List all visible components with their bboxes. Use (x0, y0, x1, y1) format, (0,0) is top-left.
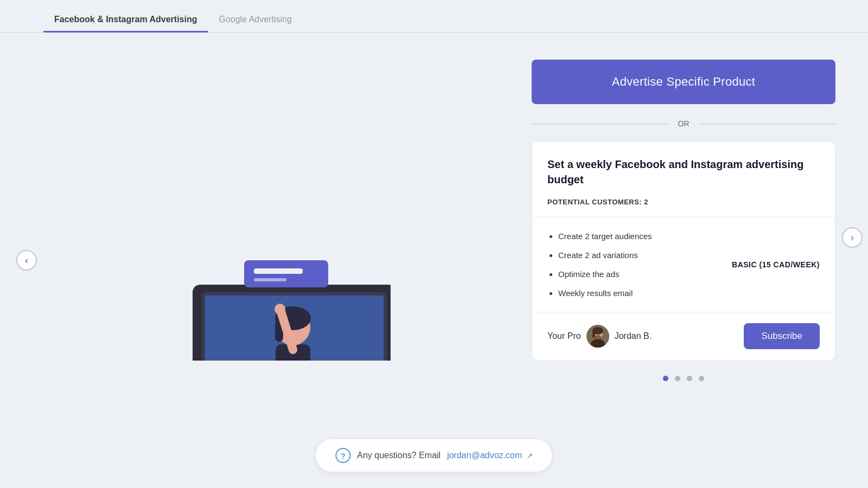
or-text: OR (669, 119, 698, 128)
list-item: Weekly results email (558, 287, 721, 299)
carousel-dot-4[interactable] (699, 376, 704, 381)
main-content: ‹ (0, 33, 868, 488)
plan-label: BASIC (15 CAD/WEEK) (721, 260, 820, 269)
potential-customers: POTENTIAL CUSTOMERS: 2 (547, 198, 820, 206)
card-features: Create 2 target audiences Create 2 ad va… (532, 217, 835, 312)
features-list: Create 2 target audiences Create 2 ad va… (547, 230, 721, 299)
pro-info: Your Pro (547, 325, 652, 348)
card-footer: Your Pro (532, 312, 835, 360)
help-text: Any questions? Email (357, 451, 441, 460)
list-item: Create 2 ad variations (558, 249, 721, 261)
right-panel: Advertise Specific Product OR Set a week… (499, 33, 868, 488)
card-header: Set a weekly Facebook and Instagram adve… (532, 142, 835, 217)
external-link-icon: ↗ (527, 452, 533, 460)
advertise-specific-product-button[interactable]: Advertise Specific Product (532, 60, 835, 104)
illustration-laptop (108, 160, 391, 361)
or-divider: OR (532, 119, 835, 128)
card-title: Set a weekly Facebook and Instagram adve… (547, 157, 820, 187)
next-arrow[interactable]: › (842, 227, 863, 248)
list-item: Optimize the ads (558, 268, 721, 280)
pro-name: Jordan B. (615, 331, 652, 341)
svg-point-10 (275, 304, 285, 314)
tabs-bar: Facebook & Instagram Advertising Google … (0, 0, 868, 33)
subscribe-button[interactable]: Subscribe (744, 323, 820, 349)
carousel-dot-2[interactable] (675, 376, 680, 381)
pro-label: Your Pro (547, 331, 581, 341)
tab-google[interactable]: Google Advertising (208, 8, 302, 33)
email-link[interactable]: jordan@advoz.com ↗ (447, 451, 533, 460)
tab-facebook-instagram[interactable]: Facebook & Instagram Advertising (43, 8, 208, 33)
svg-point-31 (595, 335, 601, 339)
or-line-right (698, 124, 836, 124)
svg-rect-13 (254, 278, 286, 281)
prev-arrow[interactable]: ‹ (16, 250, 37, 271)
list-item: Create 2 target audiences (558, 230, 721, 242)
carousel-dots (663, 376, 704, 381)
subscription-card: Set a weekly Facebook and Instagram adve… (532, 141, 835, 361)
help-icon: ? (335, 448, 350, 463)
carousel-dot-3[interactable] (687, 376, 692, 381)
carousel-dot-1[interactable] (663, 376, 668, 381)
or-line-left (532, 124, 669, 124)
illustration-area: ‹ (0, 33, 499, 488)
avatar (586, 325, 609, 348)
help-bar: ? Any questions? Email jordan@advoz.com … (316, 439, 552, 472)
svg-rect-12 (254, 268, 303, 274)
